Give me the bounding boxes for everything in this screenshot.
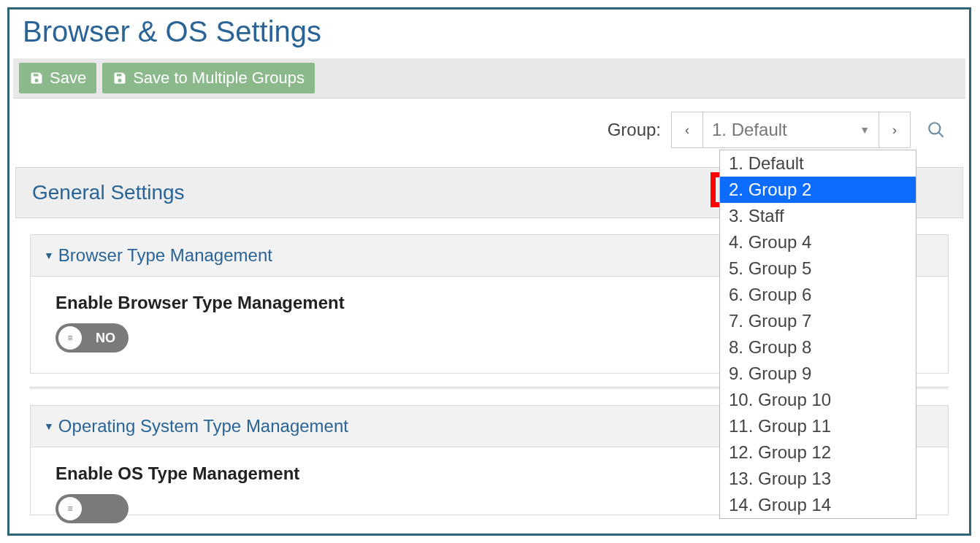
os-enable-toggle[interactable]: ≡ [55,494,129,523]
browser-enable-toggle[interactable]: ≡ NO [55,323,129,353]
group-nav: ‹ 1. Default ▼ › [671,112,911,148]
group-option[interactable]: 3. Staff [720,203,916,229]
save-button[interactable]: Save [19,63,96,93]
save-icon [112,71,127,85]
group-select[interactable]: 1. Default ▼ [703,112,878,148]
group-select-value: 1. Default [712,120,787,140]
group-option[interactable]: 4. Group 4 [720,229,916,255]
save-icon [29,71,44,85]
save-multi-button[interactable]: Save to Multiple Groups [102,63,315,93]
caret-down-icon: ▼ [44,420,54,432]
svg-point-0 [929,123,940,134]
group-dropdown[interactable]: 1. Default2. Group 23. Staff4. Group 45.… [719,150,916,519]
app-frame: Browser & OS Settings Save Save to Multi… [7,7,971,536]
save-multi-button-label: Save to Multiple Groups [133,69,305,88]
panel-os-title: Operating System Type Management [58,416,348,436]
group-row: Group: ‹ 1. Default ▼ › 1. Default2. Gro… [9,99,969,154]
panel-browser-title: Browser Type Management [58,245,272,266]
search-icon [927,120,946,139]
group-search-button[interactable] [918,112,954,148]
group-option[interactable]: 8. Group 8 [720,334,916,361]
group-option[interactable]: 10. Group 10 [720,387,916,413]
group-option[interactable]: 1. Default [720,150,916,177]
group-option[interactable]: 6. Group 6 [720,282,916,308]
chevron-down-icon: ▼ [860,124,870,136]
section-general-title: General Settings [32,181,185,204]
group-option[interactable]: 2. Group 2 [720,177,916,203]
group-option[interactable]: 7. Group 7 [720,308,916,334]
group-prev-button[interactable]: ‹ [671,112,703,148]
group-next-button[interactable]: › [878,112,911,148]
group-option[interactable]: 14. Group 14 [720,492,916,518]
group-option[interactable]: 12. Group 12 [720,439,916,466]
caret-down-icon: ▼ [44,250,54,261]
chevron-right-icon: › [892,123,897,138]
page-title: Browser & OS Settings [9,9,969,58]
toggle-knob: ≡ [58,326,82,350]
toggle-value: NO [96,331,115,346]
group-option[interactable]: 11. Group 11 [720,413,916,439]
group-label: Group: [608,120,661,140]
toolbar: Save Save to Multiple Groups [13,58,965,99]
group-option[interactable]: 5. Group 5 [720,255,916,282]
chevron-left-icon: ‹ [685,123,689,138]
group-option[interactable]: 13. Group 13 [720,466,916,492]
save-button-label: Save [50,69,86,88]
svg-line-1 [938,132,943,137]
group-option[interactable]: 9. Group 9 [720,361,916,387]
toggle-knob: ≡ [58,497,82,520]
